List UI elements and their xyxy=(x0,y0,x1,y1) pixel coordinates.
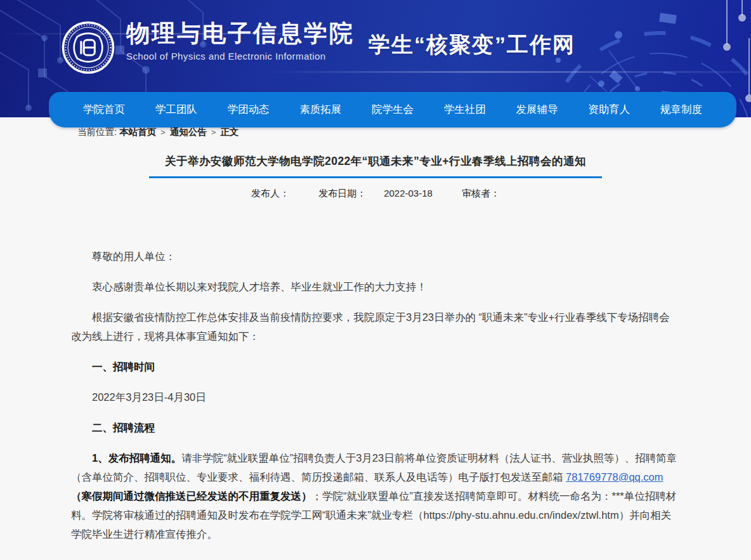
breadcrumb-link[interactable]: 本站首页 xyxy=(119,127,156,137)
brand-block: 物理与电子信息学院 School of Physics and Electron… xyxy=(61,20,575,75)
paragraph: 1、发布招聘通知。请非学院“就业联盟单位”招聘负责人于3月23日前将单位资质证明… xyxy=(71,448,680,544)
paragraph: 2、 xyxy=(71,555,680,560)
breadcrumb-current: 正文 xyxy=(220,127,238,137)
breadcrumb-separator: > xyxy=(160,127,166,137)
reviewer-label: 审核者： xyxy=(462,188,500,199)
nav-item-3[interactable]: 学团动态 xyxy=(227,103,269,117)
nav-item-9[interactable]: 规章制度 xyxy=(660,103,702,117)
school-titles: 物理与电子信息学院 School of Physics and Electron… xyxy=(126,20,355,62)
paragraph: 尊敬的用人单位： xyxy=(71,247,680,266)
publish-date: 发布日期：2022-03-18 xyxy=(310,188,441,199)
text-run: 2022年3月23日-4月30日 xyxy=(92,391,206,403)
text-run: 1、发布招聘通知。 xyxy=(92,452,181,464)
page: { "colors": { "header_gradient_start": "… xyxy=(0,0,751,560)
main-nav: 学院首页学工团队学团动态素质拓展院学生会学生社团发展辅导资助育人规章制度 xyxy=(49,92,736,127)
breadcrumb-separator: > xyxy=(211,127,216,137)
site-title: 学生“核聚变”工作网 xyxy=(369,30,575,60)
page-title: 关于举办安徽师范大学物电学院2022年“职通未来”专业+行业春季线上招聘会的通知 xyxy=(0,153,751,169)
text-run: 一、招聘时间 xyxy=(92,361,155,372)
school-name-cn: 物理与电子信息学院 xyxy=(126,20,355,48)
nav-item-6[interactable]: 学生社团 xyxy=(444,103,486,117)
paragraph: 2022年3月23日-4月30日 xyxy=(71,387,680,407)
nav-item-4[interactable]: 素质拓展 xyxy=(299,103,341,117)
article-body: 尊敬的用人单位：衷心感谢贵单位长期以来对我院人才培养、毕业生就业工作的大力支持！… xyxy=(71,200,680,560)
section-heading: 一、招聘时间 xyxy=(71,357,680,376)
article-meta: 发布人： 发布日期：2022-03-18 审核者： xyxy=(0,188,751,200)
breadcrumb: 当前位置: 本站首页>通知公告>正文 xyxy=(77,126,751,138)
nav-item-7[interactable]: 发展辅导 xyxy=(516,103,558,117)
publisher-label: 发布人： xyxy=(251,188,289,199)
text-run: 根据安徽省疫情防控工作总体安排及当前疫情防控要求，我院原定于3月23日举办的 “… xyxy=(71,311,670,342)
nav-item-8[interactable]: 资助育人 xyxy=(588,103,630,117)
school-name-en: School of Physics and Electronic Informa… xyxy=(126,51,355,62)
text-run: 尊敬的用人单位： xyxy=(92,251,176,262)
paragraph: 根据安徽省疫情防控工作总体安排及当前疫情防控要求，我院原定于3月23日举办的 “… xyxy=(71,308,680,346)
text-run: （寒假期间通过微信推送已经发送的不用重复发送） xyxy=(71,490,312,502)
breadcrumb-prefix: 当前位置: xyxy=(77,127,119,137)
text-run: 衷心感谢贵单位长期以来对我院人才培养、毕业生就业工作的大力支持！ xyxy=(92,281,427,292)
text-run: 二、招聘流程 xyxy=(92,422,155,433)
title-underline-rule xyxy=(149,176,602,178)
email-link[interactable]: 781769778@qq.com xyxy=(566,471,663,483)
nav-item-5[interactable]: 院学生会 xyxy=(372,103,414,117)
section-heading: 二、招聘流程 xyxy=(71,418,680,437)
breadcrumb-link[interactable]: 通知公告 xyxy=(170,127,207,137)
paragraph: 衷心感谢贵单位长期以来对我院人才培养、毕业生就业工作的大力支持！ xyxy=(71,277,680,296)
nav-item-1[interactable]: 学院首页 xyxy=(83,103,125,117)
school-seal-icon xyxy=(61,20,115,75)
nav-item-2[interactable]: 学工团队 xyxy=(155,103,197,117)
